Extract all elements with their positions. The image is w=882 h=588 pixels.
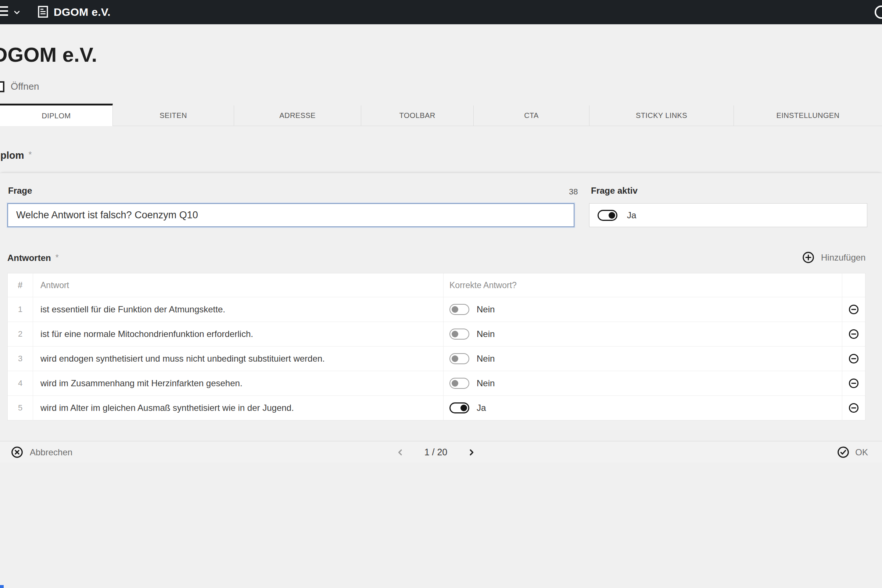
chevron-down-icon[interactable] [12,8,21,18]
section-label: Diplom* [0,150,32,161]
antworten-label: Antworten* [8,253,59,263]
frage-char-count: 38 [569,187,578,196]
tab-bar: DIPLOM SEITEN ADRESSE TOOLBAR CTA STICKY… [0,105,882,126]
frage-aktiv-field: Ja [589,203,867,227]
window-corner-artifact [0,585,4,588]
document-icon [38,5,48,20]
row-index: 3 [8,346,33,371]
frage-aktiv-toggle[interactable] [597,210,617,221]
remove-answer-button[interactable] [842,297,865,322]
answer-text[interactable]: wird endogen synthetisiert und muss nich… [33,346,443,371]
column-header-actions [842,273,865,297]
row-index: 4 [8,371,33,395]
toggle-knob [452,331,458,338]
ok-button[interactable]: OK [837,441,868,463]
frage-aktiv-value: Ja [627,210,636,220]
row-index: 2 [8,322,33,346]
toggle-knob [460,405,467,411]
tab-seiten[interactable]: SEITEN [113,105,234,126]
required-marker: * [28,150,32,159]
toggle-knob [452,380,458,387]
table-row: 5 wird im Alter im gleichen Ausmaß synth… [8,395,865,420]
antworten-label-text: Antworten [8,253,51,263]
open-link-label: Öffnen [10,81,39,92]
correct-toggle-label: Nein [477,304,495,315]
remove-answer-button[interactable] [842,322,865,346]
answer-text[interactable]: wird im Alter im gleichen Ausmaß synthet… [33,396,443,420]
answer-text[interactable]: wird im Zusammenhang mit Herzinfarkten g… [33,371,443,395]
answers-table: # Antwort Korrekte Antwort? 1 ist essent… [8,273,866,420]
frage-label: Frage [8,186,32,196]
remove-answer-button[interactable] [842,396,865,420]
remove-answer-button[interactable] [842,346,865,371]
open-link[interactable]: Öffnen [0,81,39,92]
tab-diplom[interactable]: DIPLOM [0,104,113,126]
ok-label: OK [855,447,868,458]
tab-einstellungen[interactable]: EINSTELLUNGEN [734,105,882,126]
table-row: 2 ist für eine normale Mitochondrienfunk… [8,322,865,346]
minus-circle-icon [849,403,859,413]
remove-answer-button[interactable] [842,371,865,395]
minus-circle-icon [849,329,859,339]
correct-toggle-label: Nein [477,354,495,364]
minus-circle-icon [849,378,859,388]
minus-circle-icon [849,354,859,364]
chevron-left-icon [395,447,405,458]
table-row: 4 wird im Zusammenhang mit Herzinfarkten… [8,371,865,395]
top-bar: DGOM e.V. [0,0,882,24]
menu-icon[interactable] [0,6,8,18]
correct-toggle[interactable] [450,304,469,315]
correct-toggle-label: Nein [477,378,495,388]
column-header-antwort: Antwort [33,273,443,297]
toggle-knob [609,212,615,219]
tab-toolbar[interactable]: TOOLBAR [361,105,474,126]
frage-input[interactable] [8,203,574,227]
correct-toggle[interactable] [450,402,469,413]
minus-circle-icon [849,304,859,315]
open-icon [0,81,4,92]
column-header-korrekt: Korrekte Antwort? [443,273,842,297]
add-answer-button[interactable]: Hinzufügen [802,251,866,264]
check-circle-icon [837,446,849,458]
correct-toggle[interactable] [450,378,469,389]
tab-adresse[interactable]: ADRESSE [234,105,361,126]
screen: DGOM e.V. DGOM e.V. Öffnen DIPLOM SEITEN… [0,0,882,588]
tab-sticky-links[interactable]: STICKY LINKS [590,105,734,126]
tab-cta[interactable]: CTA [474,105,590,126]
correct-toggle[interactable] [450,328,469,340]
answer-text[interactable]: ist für eine normale Mitochondrienfunkti… [33,322,443,346]
prev-page-button[interactable] [395,447,405,458]
row-index: 1 [8,297,33,322]
page-indicator: 1 / 20 [424,447,448,458]
correct-toggle-label: Ja [477,403,486,413]
required-marker: * [56,253,59,262]
search-icon[interactable] [874,6,882,19]
answer-text[interactable]: ist essentiell für die Funktion der Atmu… [33,297,443,322]
row-index: 5 [8,396,33,420]
frage-aktiv-label: Frage aktiv [591,186,638,196]
correct-toggle-label: Nein [477,329,495,339]
toggle-knob [452,356,458,362]
page-title: DGOM e.V. [0,43,97,66]
dialog-footer: Abbrechen 1 / 20 OK [0,441,882,463]
app-title: DGOM e.V. [54,6,111,18]
toggle-knob [452,306,458,313]
table-row: 1 ist essentiell für die Funktion der At… [8,297,865,322]
next-page-button[interactable] [466,447,477,458]
add-answer-label: Hinzufügen [821,252,866,263]
chevron-right-icon [466,447,477,458]
correct-toggle[interactable] [450,353,469,364]
section-label-text: Diplom [0,150,24,161]
answers-table-header: # Antwort Korrekte Antwort? [8,273,865,297]
table-row: 3 wird endogen synthetisiert und muss ni… [8,346,865,371]
pagination: 1 / 20 [0,441,877,463]
plus-circle-icon [802,251,814,264]
column-header-index: # [8,273,33,297]
